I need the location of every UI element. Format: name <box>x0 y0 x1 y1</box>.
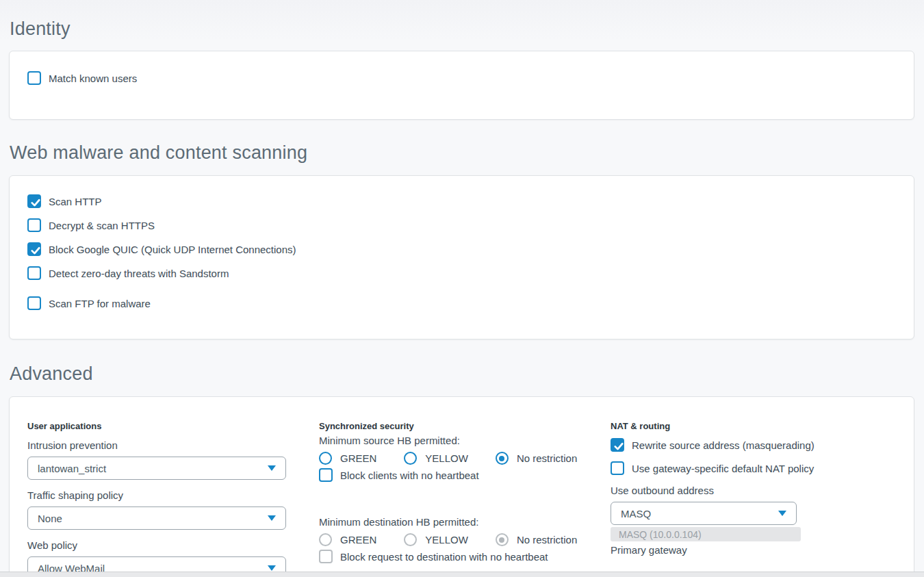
synchronized-security-column: Synchronized security Minimum source HB … <box>319 421 578 577</box>
traffic-shaping-value: None <box>38 513 268 524</box>
gateway-nat-label: Use gateway-specific default NAT policy <box>632 463 814 474</box>
block-request-destination-label: Block request to destination with no hea… <box>340 551 548 563</box>
block-clients-no-heartbeat-label: Block clients with no heartbeat <box>340 470 479 481</box>
block-no-heartbeat-row: Block clients with no heartbeat <box>319 468 578 482</box>
scan-ftp-label: Scan FTP for malware <box>49 298 151 309</box>
rewrite-source-label: Rewrite source address (masquerading) <box>632 439 814 451</box>
gateway-nat-checkbox[interactable] <box>611 461 624 475</box>
chevron-down-icon <box>268 465 276 471</box>
sandstorm-row: Detect zero-day threats with Sandstorm <box>27 266 896 280</box>
intrusion-prevention-label: Intrusion prevention <box>27 439 286 451</box>
dest-hb-green-label: GREEN <box>340 534 376 546</box>
min-destination-hb-label: Minimum destination HB permitted: <box>319 516 578 528</box>
firewall-rule-settings-page: Identity Match known users Web malware a… <box>0 0 924 577</box>
scan-http-label: Scan HTTP <box>49 196 102 207</box>
source-hb-green-option: GREEN <box>319 452 376 465</box>
checkmark-icon <box>29 244 42 257</box>
decrypt-https-checkbox[interactable] <box>27 218 41 232</box>
block-clients-no-heartbeat-checkbox[interactable] <box>319 468 333 482</box>
source-hb-green-label: GREEN <box>340 452 376 464</box>
destination-hb-group: Minimum destination HB permitted: GREEN … <box>319 516 578 563</box>
sandstorm-checkbox[interactable] <box>27 266 41 280</box>
web-malware-section-title: Web malware and content scanning <box>10 143 914 162</box>
dest-hb-yellow-label: YELLOW <box>425 534 468 546</box>
advanced-section-title: Advanced <box>10 364 914 383</box>
source-hb-norestriction-option: No restriction <box>496 452 577 465</box>
primary-gateway-label: Primary gateway <box>611 544 896 556</box>
dest-hb-norestriction-option: No restriction <box>496 533 577 546</box>
checkmark-icon <box>29 196 42 209</box>
source-hb-yellow-option: YELLOW <box>404 452 468 465</box>
identity-card: Match known users <box>9 51 914 120</box>
traffic-shaping-label: Traffic shaping policy <box>27 489 286 501</box>
dest-hb-green-option: GREEN <box>319 533 376 546</box>
user-applications-header: User applications <box>27 421 286 431</box>
web-policy-label: Web policy <box>27 539 286 551</box>
outbound-address-detail: MASQ (10.0.0.104) <box>611 527 801 541</box>
intrusion-prevention-select[interactable]: lantowan_strict <box>27 457 286 480</box>
decrypt-https-row: Decrypt & scan HTTPS <box>27 218 896 232</box>
sandstorm-label: Detect zero-day threats with Sandstorm <box>49 268 229 279</box>
min-destination-hb-radio-group: GREEN YELLOW No restriction <box>319 533 578 546</box>
decrypt-https-label: Decrypt & scan HTTPS <box>49 220 155 231</box>
min-source-hb-label: Minimum source HB permitted: <box>319 435 578 446</box>
checkmark-icon <box>613 440 625 452</box>
scan-ftp-row: Scan FTP for malware <box>27 296 896 310</box>
scan-http-row: Scan HTTP <box>27 194 896 208</box>
source-hb-norestriction-label: No restriction <box>517 452 577 464</box>
traffic-shaping-select[interactable]: None <box>27 507 286 530</box>
identity-section-title: Identity <box>10 19 914 38</box>
rewrite-source-row: Rewrite source address (masquerading) <box>611 438 896 452</box>
chevron-down-icon <box>268 565 276 571</box>
dest-hb-yellow-radio <box>404 533 417 546</box>
dest-hb-norestriction-label: No restriction <box>517 534 577 546</box>
source-hb-norestriction-radio[interactable] <box>496 452 509 465</box>
block-quic-checkbox[interactable] <box>27 242 41 256</box>
outbound-address-select[interactable]: MASQ <box>611 502 797 525</box>
block-quic-row: Block Google QUIC (Quick UDP Internet Co… <box>27 242 896 256</box>
match-known-users-row: Match known users <box>27 71 896 85</box>
outbound-address-value: MASQ <box>621 508 778 520</box>
user-applications-column: User applications Intrusion prevention l… <box>27 421 286 577</box>
chevron-down-icon <box>268 515 276 521</box>
synchronized-security-header: Synchronized security <box>319 421 578 431</box>
dest-hb-yellow-option: YELLOW <box>404 533 468 546</box>
nat-routing-header: NAT & routing <box>611 421 896 431</box>
block-request-destination-checkbox <box>319 550 333 563</box>
dest-hb-green-radio <box>319 533 332 546</box>
use-outbound-address-label: Use outbound address <box>611 485 896 496</box>
source-hb-yellow-label: YELLOW <box>425 452 468 464</box>
scan-ftp-checkbox[interactable] <box>27 296 41 310</box>
block-quic-label: Block Google QUIC (Quick UDP Internet Co… <box>49 244 296 255</box>
footer-edge <box>0 572 924 577</box>
chevron-down-icon <box>778 511 786 516</box>
source-hb-green-radio[interactable] <box>319 452 332 465</box>
source-hb-yellow-radio[interactable] <box>404 452 417 465</box>
dest-hb-norestriction-radio <box>496 533 509 546</box>
match-known-users-checkbox[interactable] <box>27 71 41 85</box>
min-source-hb-radio-group: GREEN YELLOW No restriction <box>319 452 578 465</box>
nat-routing-column: NAT & routing Rewrite source address (ma… <box>611 421 896 577</box>
match-known-users-label: Match known users <box>49 73 137 84</box>
rewrite-source-checkbox[interactable] <box>611 438 624 452</box>
web-malware-card: Scan HTTP Decrypt & scan HTTPS Block Goo… <box>9 175 914 339</box>
intrusion-prevention-value: lantowan_strict <box>38 463 268 474</box>
advanced-card: User applications Intrusion prevention l… <box>9 396 914 577</box>
scan-http-checkbox[interactable] <box>27 194 41 208</box>
block-request-destination-row: Block request to destination with no hea… <box>319 550 578 563</box>
gateway-nat-row: Use gateway-specific default NAT policy <box>611 461 896 475</box>
